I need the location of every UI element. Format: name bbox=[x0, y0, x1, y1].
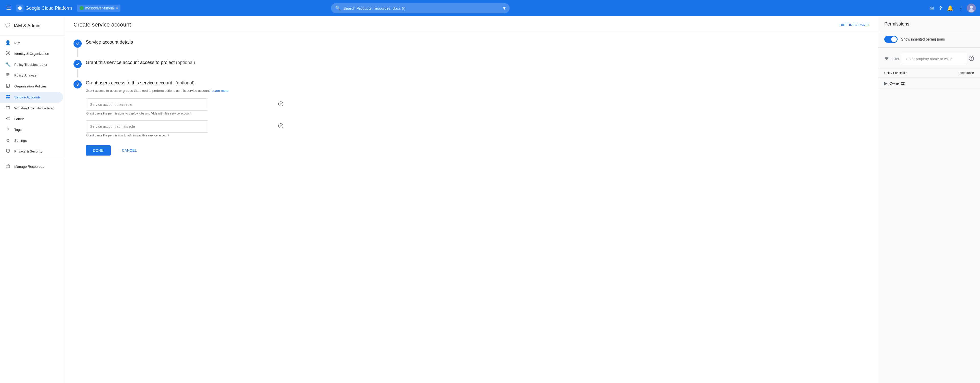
filter-input[interactable] bbox=[902, 53, 966, 65]
main-layout: 🛡 IAM & Admin 👤 IAM Identity & Organizat… bbox=[0, 16, 980, 383]
sidebar: 🛡 IAM & Admin 👤 IAM Identity & Organizat… bbox=[0, 16, 65, 383]
cloud-logo-icon bbox=[16, 5, 24, 12]
inherited-permissions-toggle[interactable] bbox=[884, 36, 897, 43]
svg-rect-12 bbox=[7, 87, 8, 87]
done-button[interactable]: DONE bbox=[86, 146, 111, 155]
sidebar-item-policy-troubleshooter[interactable]: 🔧 Policy Troubleshooter bbox=[0, 59, 63, 70]
step-2-title: Grant this service account access to pro… bbox=[86, 60, 287, 65]
svg-rect-16 bbox=[8, 97, 10, 98]
sidebar-item-tags[interactable]: Tags bbox=[0, 124, 63, 135]
page-title: Create service account bbox=[73, 21, 131, 28]
column-role-principal[interactable]: Role / Principal ↑ bbox=[884, 71, 959, 75]
users-role-wrap: ? bbox=[86, 98, 287, 111]
main-content: Create service account HIDE INFO PANEL S… bbox=[65, 16, 878, 383]
sidebar-label-labels: Labels bbox=[14, 117, 24, 121]
step-1-content: Service account details bbox=[86, 38, 287, 46]
sidebar-item-policy-analyzer[interactable]: Policy Analyzer bbox=[0, 70, 63, 81]
sidebar-label-manage-resources: Manage Resources bbox=[14, 165, 44, 169]
svg-rect-15 bbox=[6, 97, 8, 98]
permissions-table-header: Role / Principal ↑ Inheritance bbox=[878, 68, 980, 78]
users-role-hint: Grant users the permissions to deploy jo… bbox=[86, 112, 287, 115]
svg-rect-14 bbox=[8, 95, 10, 97]
step-1-row: Service account details bbox=[73, 38, 287, 57]
step-1-title: Service account details bbox=[86, 40, 287, 45]
shield-icon: 🛡 bbox=[5, 22, 11, 29]
email-icon[interactable]: ✉ bbox=[928, 3, 936, 13]
sidebar-label-settings: Settings bbox=[14, 139, 27, 142]
help-icon[interactable]: ? bbox=[937, 3, 944, 13]
global-search[interactable]: 🔍 Search Products, resources, docs (/) ▾ bbox=[331, 3, 510, 13]
column-inheritance: Inheritance bbox=[959, 71, 974, 75]
sidebar-item-manage-resources[interactable]: Manage Resources bbox=[0, 161, 63, 172]
step-1-line bbox=[77, 49, 78, 57]
filter-label-text: Filter bbox=[891, 57, 899, 61]
project-dot bbox=[80, 6, 84, 10]
list-icon bbox=[5, 73, 11, 78]
grid-icon bbox=[5, 94, 11, 100]
step-2-connector bbox=[73, 59, 82, 77]
learn-more-link[interactable]: Learn more bbox=[212, 89, 228, 93]
sidebar-title: IAM & Admin bbox=[14, 23, 40, 28]
sidebar-item-org-policies[interactable]: Organization Policies bbox=[0, 81, 63, 92]
svg-rect-7 bbox=[6, 74, 10, 75]
project-name: massdriver-tutorial bbox=[85, 6, 115, 10]
form-buttons: DONE CANCEL bbox=[86, 146, 287, 155]
svg-rect-13 bbox=[6, 95, 8, 97]
step-2-line bbox=[77, 69, 78, 77]
admins-role-hint: Grant users the permission to administer… bbox=[86, 134, 287, 137]
sidebar-item-service-accounts[interactable]: Service Accounts bbox=[0, 92, 63, 103]
service-account-admins-role-input[interactable] bbox=[86, 120, 208, 133]
service-account-users-role-input[interactable] bbox=[86, 98, 208, 111]
cancel-button[interactable]: CANCEL bbox=[115, 146, 144, 155]
step-2-row: Grant this service account access to pro… bbox=[73, 59, 287, 77]
doc-icon bbox=[5, 83, 11, 89]
step-1-connector bbox=[73, 38, 82, 57]
project-selector[interactable]: massdriver-tutorial ▾ bbox=[77, 5, 121, 12]
avatar[interactable] bbox=[967, 3, 976, 13]
step-3-circle: 3 bbox=[73, 80, 82, 89]
filter-help-icon[interactable]: ? bbox=[969, 56, 974, 62]
box-icon bbox=[5, 164, 11, 169]
search-placeholder-text: Search Products, resources, docs (/) bbox=[343, 6, 501, 11]
sidebar-item-privacy-security[interactable]: Privacy & Security bbox=[0, 146, 63, 157]
top-nav: ☰ Google Cloud Platform massdriver-tutor… bbox=[0, 0, 980, 16]
sidebar-item-labels[interactable]: 🏷 Labels bbox=[0, 114, 63, 124]
step-3-row: 3 Grant users access to this service acc… bbox=[73, 79, 287, 155]
hamburger-menu-icon[interactable]: ☰ bbox=[4, 3, 13, 14]
svg-text:?: ? bbox=[280, 102, 282, 106]
sidebar-item-iam[interactable]: 👤 IAM bbox=[0, 38, 63, 48]
expand-icon: ▶ bbox=[884, 81, 887, 85]
admins-role-help-icon[interactable]: ? bbox=[278, 123, 283, 130]
sidebar-item-identity-org[interactable]: Identity & Organization bbox=[0, 48, 63, 59]
sidebar-item-workload-identity[interactable]: Workload Identity Federat... bbox=[0, 103, 63, 114]
sidebar-label-identity: Identity & Organization bbox=[14, 52, 49, 55]
users-role-help-icon[interactable]: ? bbox=[278, 101, 283, 108]
sidebar-item-settings[interactable]: ⚙ Settings bbox=[0, 135, 63, 146]
svg-rect-8 bbox=[6, 76, 8, 76]
svg-text:?: ? bbox=[970, 57, 972, 60]
search-icon: 🔍 bbox=[335, 5, 341, 11]
sidebar-label-service-accounts: Service Accounts bbox=[14, 95, 41, 99]
sidebar-label-workload-identity: Workload Identity Federat... bbox=[14, 106, 57, 110]
sidebar-label-org-policies: Organization Policies bbox=[14, 84, 47, 88]
more-icon[interactable]: ⋮ bbox=[956, 3, 966, 13]
hide-panel-button[interactable]: HIDE INFO PANEL bbox=[839, 23, 870, 27]
sidebar-divider-2 bbox=[0, 159, 65, 159]
step-3-title: Grant users access to this service accou… bbox=[86, 80, 287, 85]
svg-rect-11 bbox=[7, 85, 9, 86]
panel-title: Permissions bbox=[878, 16, 980, 31]
app-logo: Google Cloud Platform bbox=[16, 5, 72, 12]
step-2-circle bbox=[73, 60, 82, 68]
search-dropdown-icon: ▾ bbox=[503, 5, 506, 11]
tag-icon: 🏷 bbox=[5, 116, 11, 122]
notifications-icon[interactable]: 🔔 bbox=[945, 3, 956, 13]
sidebar-label-privacy-security: Privacy & Security bbox=[14, 149, 42, 153]
filter-icon bbox=[884, 56, 889, 62]
wrench-icon: 🔧 bbox=[5, 62, 11, 67]
sidebar-label-iam: IAM bbox=[14, 41, 21, 45]
svg-point-3 bbox=[969, 9, 974, 12]
chevron-icon bbox=[5, 127, 11, 133]
row-label: Owner (2) bbox=[889, 81, 905, 85]
table-row[interactable]: ▶ Owner (2) bbox=[878, 78, 980, 89]
step-3-description: Grant access to users or groups that nee… bbox=[86, 88, 287, 93]
